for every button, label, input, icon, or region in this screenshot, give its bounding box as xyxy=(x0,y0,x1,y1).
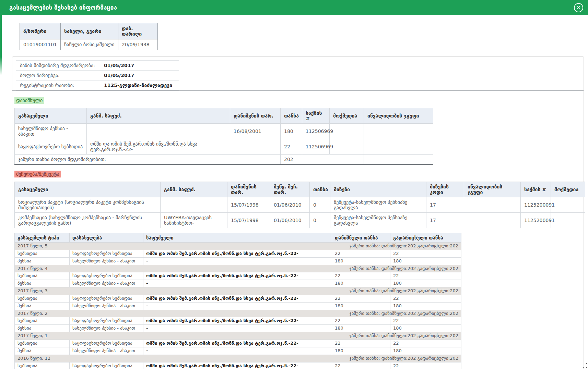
cell-name: სახელმწიფო პენსია - ასაკით xyxy=(70,280,143,287)
info-row: ბოლო ჩარიცხვა: 01/05/2017 xyxy=(16,71,179,81)
cell-assigned-amount: 22 xyxy=(332,295,390,302)
cell-benefit: კომპენსაცია (სახელმწიფო კომპენსაცია - მა… xyxy=(15,213,161,228)
assigned-total-row: ჯამური თანხა ბოლო მდგომარეობით: 202 xyxy=(15,155,433,165)
cell-type: სუბსიდია xyxy=(15,250,70,257)
person-col-name: სახელი, გვარი xyxy=(60,23,118,39)
cell-type: პენსია xyxy=(15,325,70,332)
info-row: ბაზის მიმდინარე მდგომარეობა: 01/05/2017 xyxy=(16,61,179,71)
cell-disability-group xyxy=(464,197,521,213)
cell-case-number: 112506969 xyxy=(302,124,330,139)
assigned-col-benefit: გასაცემელი xyxy=(15,108,87,124)
cell-benefit: სახელმწიფო პენსია - ასაკით xyxy=(15,124,87,139)
cell-reason: შეწყვეტა-სახელმწიფო პენსიაზე გადასვლა xyxy=(330,197,426,213)
person-table: პ/ნომერი სახელი, გვარი დაბ. თარიღი 01019… xyxy=(20,23,158,50)
payments-data-row: პენსიასახელმწიფო პენსია - ასაკით-180180 xyxy=(15,325,461,332)
dialog-left-border xyxy=(0,15,2,75)
cell-assigned-amount: 22 xyxy=(332,317,390,325)
cell-assigned-amount: 180 xyxy=(332,280,390,287)
cell-assigned-amount: 22 xyxy=(332,340,390,347)
cell-basis: ომში და ომის შემ.გარ.ომის ინვ./მონწ.და ს… xyxy=(143,362,332,369)
cell-type: სუბსიდია xyxy=(15,340,70,347)
cell-benefit: საყოფაცხოვრებო სუბსიდია xyxy=(15,139,87,155)
suspended-col-reason: მიზეზი xyxy=(330,182,426,197)
cell-active xyxy=(551,213,585,228)
dialog-title: გასაცემლების შესახებ ინფორმაცია xyxy=(9,4,117,11)
payments-group-row: 2017 წელი, 5ჯამური თანხა: დანიშნული:202 … xyxy=(15,243,461,250)
cell-transferred-amount: 22 xyxy=(390,250,461,257)
cell-assign-date xyxy=(230,139,281,155)
cell-basis xyxy=(161,197,227,213)
suspended-col-reason-code: მიზეზის კოდი xyxy=(426,182,464,197)
cell-transferred-amount: 180 xyxy=(390,302,461,310)
cell-type: პენსია xyxy=(15,347,70,355)
cell-basis: ომში და ომის შემ.გარ.ომის ინვ./მონწ.და ს… xyxy=(143,340,332,347)
cell-type: პენსია xyxy=(15,280,70,287)
cell-name: სახელმწიფო პენსია - ასაკით xyxy=(70,325,143,332)
cell-basis: - xyxy=(143,302,332,310)
payments-group-row: 2017 წელი, 3ჯამური თანხა: დანიშნული:202 … xyxy=(15,287,461,295)
cell-amount: 0 xyxy=(310,213,330,228)
suspended-col-basis: განმ. საფუძ. xyxy=(161,182,227,197)
cell-name: საყოფაცხოვრებო სუბსიდია xyxy=(70,317,143,325)
payments-table: გასაცემლის ტიპი დასახელება საფუძველი დან… xyxy=(14,233,461,369)
cell-type: სუბსიდია xyxy=(15,272,70,280)
group-period: 2017 წელი, 5 xyxy=(17,243,48,249)
suspended-col-case-number: საქმის # xyxy=(521,182,551,197)
suspended-col-benefit: გასაცემელი xyxy=(15,182,161,197)
payments-group-row: 2017 წელი, 2ჯამური თანხა: დანიშნული:202 … xyxy=(15,310,461,317)
info-label-last-transfer: ბოლო ჩარიცხვა: xyxy=(16,71,100,81)
cell-type: პენსია xyxy=(15,302,70,310)
cell-transferred-amount: 180 xyxy=(390,347,461,355)
cell-name: საყოფაცხოვრებო სუბსიდია xyxy=(70,362,143,369)
cell-basis: ომში და ომის შემ.გარ.ომის ინვ./მონწ.და ს… xyxy=(143,272,332,280)
cell-reason: შეწყვეტა-სახელმწიფო პენსიაზე გადასვლა xyxy=(330,213,426,228)
payments-col-name: დასახელება xyxy=(70,233,143,243)
cell-disability-group xyxy=(464,213,521,228)
info-label-base-state: ბაზის მიმდინარე მდგომარეობა: xyxy=(16,61,100,71)
suspended-col-amount: თანხა xyxy=(310,182,330,197)
assigned-table: გასაცემელი განმ. საფუძ. დანიშვნის თარ. თ… xyxy=(14,108,433,165)
group-period: 2017 წელი, 2 xyxy=(17,310,48,317)
cell-basis: - xyxy=(143,325,332,332)
suspended-col-disability-group: ინვალიდობის ჯგუფი xyxy=(464,182,521,197)
table-row: სოციალური პაკეტი (სოციალური პაკეტი კომპე… xyxy=(15,197,585,213)
resize-grip-icon[interactable] xyxy=(582,363,587,368)
suspended-table: გასაცემელი განმ. საფუძ. დანიშვნის თარ. შ… xyxy=(14,182,585,228)
dialog-titlebar: გასაცემლების შესახებ ინფორმაცია ✕ xyxy=(0,0,588,15)
details-panel: ბაზის მიმდინარე მდგომარეობა: 01/05/2017 … xyxy=(12,56,584,369)
close-button[interactable]: ✕ xyxy=(574,3,583,12)
cell-assign-date: 15/07/1998 xyxy=(227,213,270,228)
table-row: კომპენსაცია (სახელმწიფო კომპენსაცია - მა… xyxy=(15,213,585,228)
cell-transferred-amount: 180 xyxy=(390,325,461,332)
payments-data-row: სუბსიდიასაყოფაცხოვრებო სუბსიდიაომში და ო… xyxy=(15,340,461,347)
info-row: რეგისტრაციის რაიონი: 1125-გლდანი-ნაძალად… xyxy=(16,81,179,90)
group-summary: ჯამური თანხა: დანიშნული:202 გადარიცხული:… xyxy=(350,288,458,294)
payments-data-row: პენსიასახელმწიფო პენსია - ასაკით-180180 xyxy=(15,280,461,287)
assigned-col-assign-date: დანიშვნის თარ. xyxy=(230,108,281,124)
payments-data-row: სუბსიდიასაყოფაცხოვრებო სუბსიდიაომში და ო… xyxy=(15,317,461,325)
person-col-number: პ/ნომერი xyxy=(20,23,61,39)
assigned-col-case-number: საქმის # xyxy=(302,108,330,124)
assigned-section-label: დანიშნული xyxy=(14,97,44,104)
info-value-registration-district: 1125-გლდანი-ნაძალადევი xyxy=(100,81,179,90)
cell-name: საყოფაცხოვრებო სუბსიდია xyxy=(70,295,143,302)
cell-name: სახელმწიფო პენსია - ასაკით xyxy=(70,347,143,355)
cell-benefit: სოციალური პაკეტი (სოციალური პაკეტი კომპე… xyxy=(15,197,161,213)
cell-assign-date: 16/08/2001 xyxy=(230,124,281,139)
cell-assigned-amount: 180 xyxy=(332,257,390,265)
cell-assigned-amount: 180 xyxy=(332,302,390,310)
cell-disability-group xyxy=(364,139,433,155)
group-summary: ჯამური თანხა: დანიშნული:202 გადარიცხული:… xyxy=(350,266,458,272)
cell-basis: ომში და ომის შემ.გარ.ომის ინვ./მონწ.და ს… xyxy=(87,139,230,155)
cell-basis xyxy=(87,124,230,139)
group-summary: ჯამური თანხა: დანიშნული:202 გადარიცხული:… xyxy=(350,243,458,249)
cell-reason-code: 17 xyxy=(426,213,464,228)
payments-group-row: 2016 წელი, 12ჯამური თანხა: დანიშნული:202… xyxy=(15,355,461,362)
cell-amount: 180 xyxy=(281,124,302,139)
group-period: 2017 წელი, 1 xyxy=(17,333,48,339)
cell-transferred-amount: 22 xyxy=(390,272,461,280)
cell-case-number: 1125200091 xyxy=(521,197,551,213)
cell-type: სუბსიდია xyxy=(15,295,70,302)
cell-assign-date: 15/07/1998 xyxy=(227,197,270,213)
cell-basis: UWYEBA:თავდაცვის სამინისტრო- xyxy=(161,213,227,228)
